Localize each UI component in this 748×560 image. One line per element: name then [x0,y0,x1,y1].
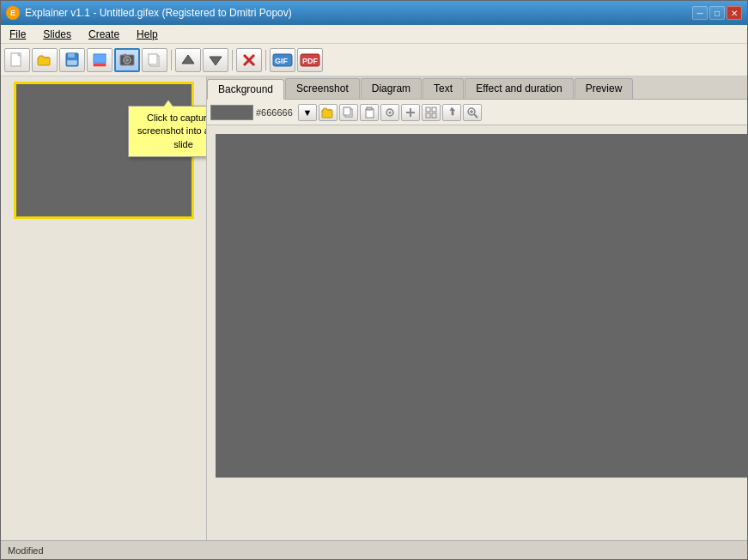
save-button[interactable] [59,48,85,72]
window-title: Explainer v1.1 - Untitled.gifex (Registe… [25,7,292,19]
svg-rect-12 [149,54,157,64]
copy-icon [147,52,162,68]
nav-up-icon [180,52,196,68]
svg-text:GIF: GIF [275,57,289,65]
toolbar-separator-1 [171,50,172,70]
open-button[interactable] [32,48,58,72]
title-bar: E Explainer v1.1 - Untitled.gifex (Regis… [1,1,747,25]
toolbar-separator-2 [232,50,233,70]
svg-rect-31 [432,107,436,112]
background-toolbar: #666666 ▼ [207,100,747,125]
svg-rect-10 [124,54,126,56]
svg-rect-5 [94,54,106,63]
bg-add-button[interactable] [401,104,420,121]
main-window: E Explainer v1.1 - Untitled.gifex (Regis… [0,0,748,560]
tab-preview[interactable]: Preview [575,78,634,99]
menu-bar: File Slides Create Help [1,25,747,44]
maximize-button[interactable]: □ [709,6,725,20]
screenshot-icon [119,52,135,68]
svg-marker-13 [182,55,194,64]
slide-thumbnail[interactable]: Click to capture a screenshot into a new… [14,82,194,219]
open-image-button[interactable] [319,104,338,121]
slide-canvas [216,134,747,478]
bg-view-icon [384,107,396,119]
canvas-area [207,125,747,540]
copy-slide-button[interactable] [142,48,167,72]
svg-marker-34 [450,107,455,115]
nav-down-icon [208,52,223,68]
delete-icon [241,52,257,68]
bg-move-button[interactable] [442,104,461,121]
svg-text:PDF: PDF [302,57,319,65]
save-icon [64,52,80,68]
bg-add-icon [404,107,417,119]
screenshot-button[interactable] [114,48,140,72]
tab-screenshot[interactable]: Screenshot [285,78,360,99]
tab-diagram[interactable]: Diagram [361,78,422,99]
window-controls: ─ □ ✕ [692,6,742,20]
export-gif-icon: GIF [272,52,293,68]
svg-point-9 [125,58,129,62]
bg-copy-button[interactable] [339,104,358,121]
svg-rect-4 [67,60,77,65]
svg-rect-3 [68,53,75,58]
tabs-bar: Background Screenshot Diagram Text Effec… [207,76,747,100]
nav-up-button[interactable] [175,48,201,72]
minimize-button[interactable]: ─ [692,6,708,20]
svg-rect-25 [367,107,372,110]
menu-slides[interactable]: Slides [38,27,76,42]
app-icon: E [6,6,20,20]
close-button[interactable]: ✕ [727,6,742,20]
new-button[interactable] [4,48,30,72]
color-dropdown-button[interactable]: ▼ [298,104,317,121]
menu-file[interactable]: File [4,27,31,42]
right-panel: Background Screenshot Diagram Text Effec… [207,76,747,540]
main-content: Click to capture a screenshot into a new… [1,76,747,540]
delete-button[interactable] [236,48,262,72]
bg-zoom-button[interactable] [463,104,482,121]
nav-down-button[interactable] [203,48,228,72]
export-pdf-icon: PDF [300,52,320,68]
bg-grid-button[interactable] [422,104,441,121]
svg-rect-33 [432,113,436,118]
svg-point-27 [388,111,391,113]
svg-marker-14 [210,57,222,65]
export-gif-button[interactable]: GIF [270,48,295,72]
open-image-icon [321,107,335,119]
svg-line-36 [474,114,477,118]
new-icon [9,52,25,68]
toolbar: GIF PDF [1,44,747,76]
toolbar-separator-3 [265,50,266,70]
bg-view-button[interactable] [380,104,399,121]
slides-panel: Click to capture a screenshot into a new… [1,76,207,540]
status-text: Modified [8,545,44,556]
status-bar: Modified [1,540,747,559]
bg-paste-icon [363,107,375,119]
svg-rect-32 [426,113,430,118]
bg-move-icon [446,107,458,119]
svg-rect-23 [344,107,350,115]
svg-rect-30 [426,107,430,112]
tab-background[interactable]: Background [207,79,284,100]
open-icon [37,52,52,68]
color-swatch[interactable] [210,105,253,120]
screenshot-tooltip: Click to capture a screenshot into a new… [128,106,208,157]
tab-effect-duration[interactable]: Effect and duration [465,78,574,99]
export-pdf-button[interactable]: PDF [297,48,323,72]
slide-color-icon [92,52,107,68]
bg-zoom-icon [466,107,478,119]
color-selector: #666666 [210,105,293,120]
color-value: #666666 [256,107,293,118]
title-bar-left: E Explainer v1.1 - Untitled.gifex (Regis… [6,6,292,20]
slide-color-button[interactable] [87,48,113,72]
menu-create[interactable]: Create [83,27,125,42]
bg-paste-button[interactable] [360,104,379,121]
menu-help[interactable]: Help [131,27,163,42]
tab-text[interactable]: Text [423,78,464,99]
bg-grid-icon [425,107,437,119]
svg-rect-6 [94,64,106,66]
bg-copy-icon [343,107,355,119]
